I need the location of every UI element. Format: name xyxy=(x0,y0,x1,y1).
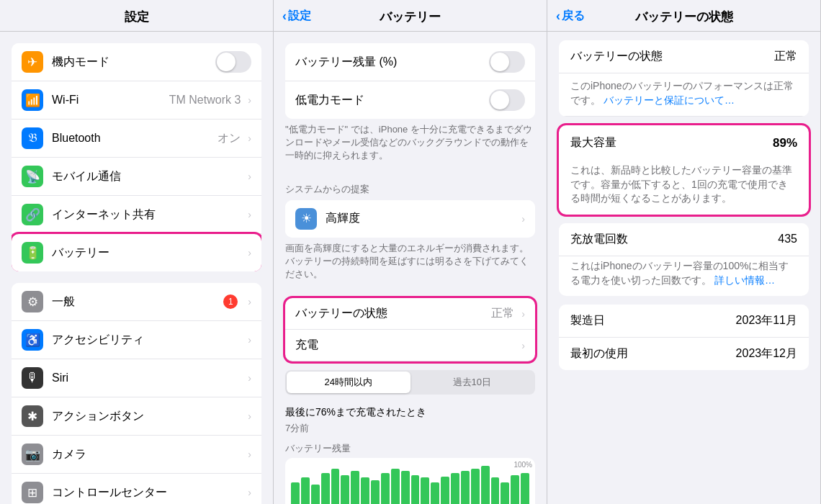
back-label-p2: 設定 xyxy=(288,8,311,23)
row-battery[interactable]: 🔋 バッテリー › xyxy=(12,234,261,271)
chart-bar xyxy=(471,469,480,504)
camera-chevron: › xyxy=(248,449,251,460)
health-label: バッテリーの状態 xyxy=(295,306,491,321)
lowpower-row: 低電力モード xyxy=(285,81,535,119)
health-row[interactable]: バッテリーの状態 正常 › xyxy=(285,298,535,330)
chart-bar xyxy=(351,471,359,504)
settings-panel: 設定 ✈ 機内モード 📶 Wi-Fi TM Network 3 › 𝔅 Blue… xyxy=(0,0,274,504)
action-icon: ✱ xyxy=(22,405,43,427)
panel2-title: バッテリー xyxy=(380,10,441,24)
row-control[interactable]: ⊞ コントロールセンター › xyxy=(12,474,261,504)
hotspot-chevron: › xyxy=(248,209,251,220)
hotspot-value: › xyxy=(243,209,251,220)
row-mobile[interactable]: 📡 モバイル通信 › xyxy=(12,158,261,196)
wifi-label: Wi-Fi xyxy=(52,94,169,107)
chart-bar xyxy=(321,473,330,504)
charge-time: 7分前 xyxy=(274,420,547,439)
camera-label: カメラ xyxy=(52,447,243,462)
chart-bar xyxy=(501,482,509,504)
mfg-row: 製造日 2023年11月 xyxy=(559,305,809,338)
battery-chevron: › xyxy=(248,247,251,258)
cycle-value: 435 xyxy=(778,233,797,246)
health-link[interactable]: バッテリーと保証について… xyxy=(604,94,735,106)
chart-bar xyxy=(311,485,320,504)
panel3-header: ‹ 戻る バッテリーの状態 xyxy=(547,0,820,32)
back-button-p2[interactable]: ‹ 設定 xyxy=(282,8,311,23)
panel2-content: バッテリー残量 (%) 低電力モード "低電力モード" では、iPhone を十… xyxy=(274,32,547,504)
firstuse-row: 最初の使用 2023年12月 xyxy=(559,338,809,370)
siri-chevron: › xyxy=(248,372,251,384)
mobile-icon: 📡 xyxy=(22,166,43,187)
general-icon: ⚙ xyxy=(22,291,43,312)
chart-bar xyxy=(381,473,390,504)
camera-value: › xyxy=(243,449,251,460)
lowpower-note: "低電力モード" では、iPhone を十分に充電できるまでダウンロードやメール… xyxy=(274,119,547,168)
battery-toggles-section: バッテリー残量 (%) 低電力モード xyxy=(274,43,547,119)
row-wifi[interactable]: 📶 Wi-Fi TM Network 3 › xyxy=(12,81,261,120)
action-value: › xyxy=(243,410,251,422)
system-group: ☀ 高輝度 › xyxy=(285,200,535,238)
row-airplane[interactable]: ✈ 機内モード xyxy=(12,43,261,81)
wifi-chevron: › xyxy=(248,94,251,106)
row-accessibility[interactable]: ♿ アクセシビリティ › xyxy=(12,321,261,359)
chart-bar xyxy=(291,482,300,504)
general-value: 1 › xyxy=(223,294,251,309)
charging-row[interactable]: 充電 › xyxy=(285,330,535,361)
brightness-row[interactable]: ☀ 高輝度 › xyxy=(285,200,535,238)
tab-10d[interactable]: 過去10日 xyxy=(410,372,534,393)
panel1-content: ✈ 機内モード 📶 Wi-Fi TM Network 3 › 𝔅 Bluetoo… xyxy=(0,32,273,504)
charging-chevron: › xyxy=(521,340,525,351)
chart-bar xyxy=(371,480,380,504)
wifi-value: TM Network 3 › xyxy=(169,94,251,107)
battery-nav-section: バッテリーの状態 正常 › 充電 › xyxy=(274,298,547,361)
row-camera[interactable]: 📷 カメラ › xyxy=(12,436,261,474)
capacity-container: 最大容量 89% これは、新品時と比較したバッテリー容量の基準です。容量が低下す… xyxy=(559,125,809,215)
health-chevron: › xyxy=(521,308,525,320)
airplane-label: 機内モード xyxy=(52,55,215,70)
chart-bar xyxy=(521,473,529,504)
bluetooth-value: オン › xyxy=(217,131,251,146)
panel1-title: 設定 xyxy=(125,10,149,24)
panel3-title: バッテリーの状態 xyxy=(635,10,733,24)
percentage-row: バッテリー残量 (%) xyxy=(285,43,535,81)
action-chevron: › xyxy=(248,410,251,422)
chart-bar xyxy=(491,477,500,504)
mobile-value: › xyxy=(243,171,251,182)
row-general[interactable]: ⚙ 一般 1 › xyxy=(12,283,261,321)
health-note: このiPhoneのバッテリーのパフォーマンスは正常です。 バッテリーと保証につい… xyxy=(559,73,809,117)
capacity-value: 89% xyxy=(773,136,797,150)
back-button-p3[interactable]: ‹ 戻る xyxy=(556,8,585,23)
airplane-toggle[interactable] xyxy=(215,51,251,73)
chart-bar xyxy=(301,477,310,504)
chart-bar xyxy=(421,477,429,504)
camera-icon: 📷 xyxy=(22,444,43,465)
general-chevron: › xyxy=(248,296,251,307)
chart-bar xyxy=(441,477,449,504)
tab-24h[interactable]: 24時間以内 xyxy=(287,372,410,393)
battery-toggles-group: バッテリー残量 (%) 低電力モード xyxy=(285,43,535,119)
panel3-content: バッテリーの状態 正常 このiPhoneのバッテリーのパフォーマンスは正常です。… xyxy=(547,32,820,504)
general-section: ⚙ 一般 1 › ♿ アクセシビリティ › 🎙 Siri › ✱ アクションボタ… xyxy=(0,283,273,504)
mobile-label: モバイル通信 xyxy=(52,169,243,184)
connectivity-section: ✈ 機内モード 📶 Wi-Fi TM Network 3 › 𝔅 Bluetoo… xyxy=(0,43,273,271)
row-action[interactable]: ✱ アクションボタン › xyxy=(12,397,261,436)
percentage-toggle[interactable] xyxy=(489,51,525,73)
mobile-chevron: › xyxy=(248,171,251,182)
brightness-chevron: › xyxy=(521,213,525,225)
lowpower-label: 低電力モード xyxy=(295,93,489,108)
charge-note: 最後に76%まで充電されたとき xyxy=(274,403,547,420)
panel1-header: 設定 xyxy=(0,0,273,32)
lowpower-toggle[interactable] xyxy=(489,89,525,111)
mfg-label: 製造日 xyxy=(570,313,605,328)
chart-bar xyxy=(331,469,340,504)
chart-bar xyxy=(511,475,519,504)
health-value: 正常 › xyxy=(491,306,525,321)
cycle-link[interactable]: 詳しい情報… xyxy=(714,274,775,286)
siri-label: Siri xyxy=(52,372,243,384)
accessibility-value: › xyxy=(243,334,251,346)
row-bluetooth[interactable]: 𝔅 Bluetooth オン › xyxy=(12,120,261,158)
bluetooth-label: Bluetooth xyxy=(52,132,217,145)
row-siri[interactable]: 🎙 Siri › xyxy=(12,359,261,397)
firstuse-value: 2023年12月 xyxy=(736,346,797,361)
row-hotspot[interactable]: 🔗 インターネット共有 › xyxy=(12,196,261,234)
